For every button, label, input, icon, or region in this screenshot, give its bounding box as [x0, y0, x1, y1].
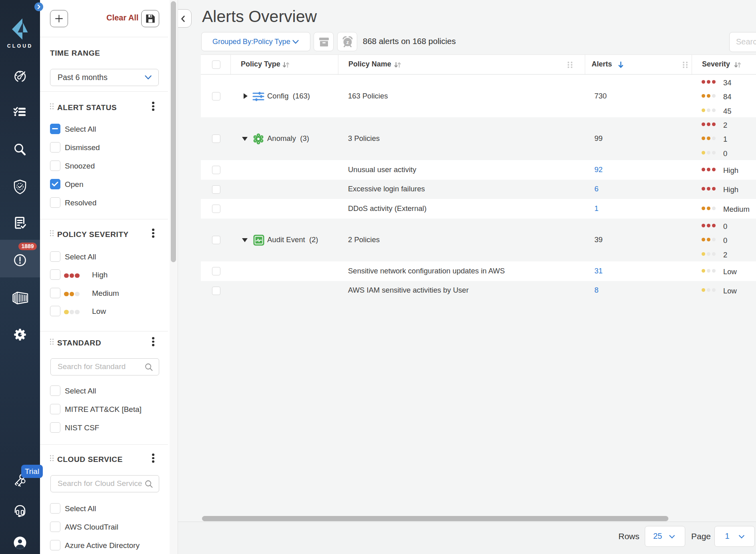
svg-text:z: z [346, 39, 349, 45]
